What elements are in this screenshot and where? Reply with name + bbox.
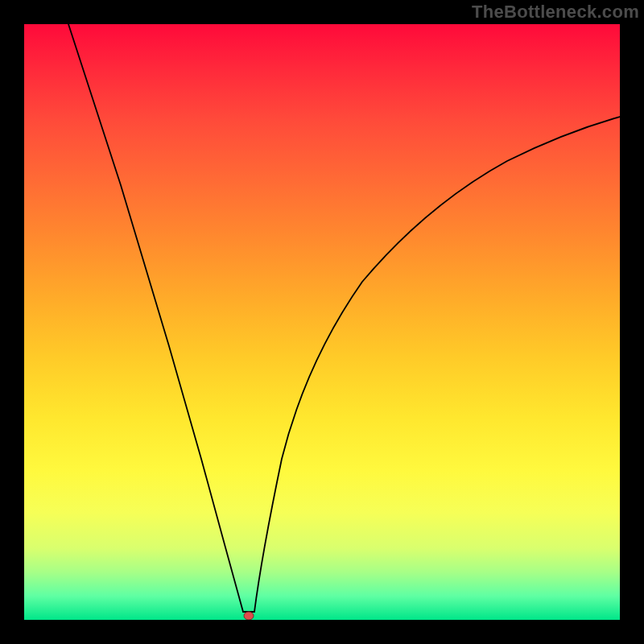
curve-right-branch — [254, 117, 620, 612]
curve-left-branch — [68, 24, 243, 612]
plot-area — [24, 24, 620, 620]
curve-layer — [24, 24, 620, 620]
minimum-dot — [244, 612, 254, 620]
watermark-text: TheBottleneck.com — [472, 2, 639, 23]
chart-frame: TheBottleneck.com — [0, 0, 644, 644]
